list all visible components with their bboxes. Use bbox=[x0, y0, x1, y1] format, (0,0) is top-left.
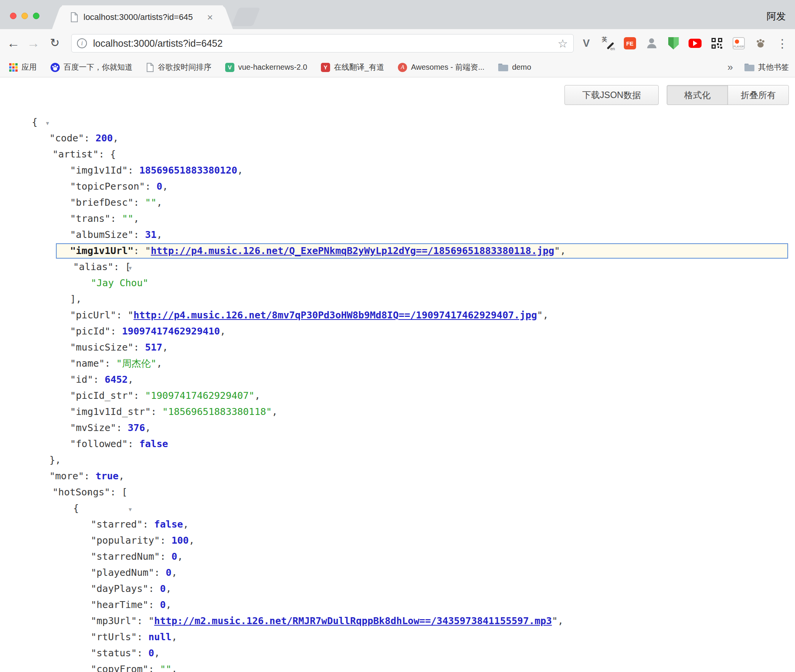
bookmark-item-vue-hackernews[interactable]: V vue-hackernews-2.0 bbox=[225, 63, 307, 72]
json-token-p: : bbox=[160, 535, 172, 546]
json-token-p: , bbox=[166, 599, 172, 610]
profile-name-label[interactable]: 阿发 bbox=[767, 10, 786, 23]
json-token-p: : bbox=[116, 310, 128, 321]
json-token-p: , bbox=[560, 245, 566, 256]
bookmark-item-demo[interactable]: demo bbox=[498, 63, 531, 72]
vimium-extension-icon[interactable]: V bbox=[579, 35, 594, 51]
json-token-p: [ bbox=[122, 487, 128, 498]
extension-icons-row: V 英 en FE bbox=[579, 29, 790, 57]
json-line: "status": 0, bbox=[0, 645, 795, 661]
bookmark-label: Awesomes - 前端资... bbox=[411, 62, 484, 72]
awesomes-icon: A bbox=[398, 63, 407, 72]
vimium-glyph: V bbox=[583, 38, 590, 49]
bookmark-label: demo bbox=[512, 63, 531, 72]
zoom-window-button[interactable] bbox=[33, 13, 39, 19]
json-token-k: "more" bbox=[49, 470, 84, 482]
youtube-extension-icon[interactable] bbox=[688, 35, 702, 51]
minimize-window-button[interactable] bbox=[21, 13, 28, 19]
bookmark-item-baidu[interactable]: 百度一下，你就知道 bbox=[51, 62, 132, 72]
active-tab[interactable]: localhost:3000/artists?id=645 × bbox=[62, 5, 223, 29]
adblock-shield-extension-icon[interactable] bbox=[666, 35, 681, 51]
json-line: "starred": false, bbox=[0, 516, 795, 533]
bookmarks-overflow-chevron[interactable]: » bbox=[728, 61, 733, 73]
other-bookmarks-folder[interactable]: 其他书签 bbox=[744, 62, 789, 72]
json-url-link[interactable]: http://p4.music.126.net/Q_ExePNkmqB2yWyL… bbox=[151, 245, 555, 256]
kebab-menu-glyph: ⋮ bbox=[777, 37, 788, 50]
bookmark-item-apps[interactable]: 应用 bbox=[9, 62, 37, 72]
close-window-button[interactable] bbox=[10, 13, 16, 19]
new-tab-button[interactable] bbox=[231, 8, 260, 26]
json-tree: ▾{"code": 200,▾"artist": {"img1v1Id": 18… bbox=[0, 114, 795, 672]
download-json-button[interactable]: 下载JSON数据 bbox=[564, 85, 659, 105]
tab-close-button[interactable]: × bbox=[207, 12, 213, 22]
fe-extension-icon[interactable]: FE bbox=[623, 35, 637, 51]
json-line: "Jay Chou" bbox=[0, 275, 795, 291]
json-token-p: , bbox=[220, 326, 226, 337]
collapse-all-button[interactable]: 折叠所有 bbox=[728, 85, 789, 105]
bookmark-item-awesomes[interactable]: A Awesomes - 前端资... bbox=[398, 62, 484, 72]
json-line: ], bbox=[0, 291, 795, 307]
json-token-p: : bbox=[154, 567, 166, 578]
json-token-s: "" bbox=[145, 197, 157, 208]
page-info-icon[interactable]: i bbox=[77, 38, 87, 48]
forward-button[interactable]: → bbox=[25, 29, 42, 57]
json-token-p: : bbox=[149, 664, 160, 672]
json-token-p: : bbox=[128, 438, 139, 449]
address-bar[interactable]: i localhost:3000/artists?id=6452 ☆ bbox=[71, 34, 574, 52]
json-token-s: "19097417462929407" bbox=[145, 390, 255, 401]
json-token-n: 0 bbox=[160, 599, 166, 610]
bookmarks-bar: 应用 百度一下，你就知道 谷歌按时间排序 V vue-hackernews-2.… bbox=[0, 57, 795, 77]
bookmark-label: 应用 bbox=[21, 62, 37, 72]
bookmark-item-youdao-translate[interactable]: Y 在线翻译_有道 bbox=[321, 62, 384, 72]
bookmark-star-icon[interactable]: ☆ bbox=[558, 37, 568, 50]
tab-edge bbox=[211, 5, 233, 29]
json-token-w: false bbox=[154, 519, 183, 530]
json-token-p: : bbox=[142, 519, 154, 530]
json-line: "albumSize": 31, bbox=[0, 227, 795, 243]
json-token-n: 376 bbox=[128, 422, 145, 433]
json-token-k: "id" bbox=[70, 374, 93, 385]
json-token-p: : bbox=[128, 165, 139, 176]
json-line: "followed": false bbox=[0, 436, 795, 452]
paw-extension-icon[interactable] bbox=[753, 35, 768, 51]
json-token-p: , bbox=[558, 615, 563, 626]
json-token-p: , bbox=[119, 470, 124, 482]
reload-button[interactable]: ↻ bbox=[46, 29, 64, 57]
profile-person-icon[interactable] bbox=[645, 35, 659, 51]
json-token-k: "name" bbox=[70, 358, 105, 369]
json-token-n: 0 bbox=[149, 647, 154, 659]
browser-menu-icon[interactable]: ⋮ bbox=[775, 35, 790, 51]
bookmark-item-google-sort[interactable]: 谷歌按时间排序 bbox=[146, 62, 211, 72]
json-token-k: "popularity" bbox=[91, 535, 160, 546]
json-token-p: : bbox=[84, 133, 95, 144]
json-line: "starredNum": 0, bbox=[0, 549, 795, 565]
json-line: "picId_str": "19097417462929407", bbox=[0, 388, 795, 404]
format-button[interactable]: 格式化 bbox=[667, 85, 728, 105]
back-button[interactable]: ← bbox=[5, 29, 22, 57]
folder-icon bbox=[744, 64, 754, 71]
json-token-p: : bbox=[145, 181, 157, 192]
json-line: "dayPlays": 0, bbox=[0, 581, 795, 597]
json-token-p: [ bbox=[125, 261, 131, 272]
collapse-toggle-icon[interactable]: ▾ bbox=[46, 120, 49, 127]
json-token-p: , bbox=[145, 422, 151, 433]
json-token-k: "starredNum" bbox=[91, 551, 160, 562]
music-player-extension-icon[interactable]: PLAYER bbox=[731, 35, 746, 51]
json-token-n: 100 bbox=[172, 535, 189, 546]
qr-icon bbox=[712, 38, 722, 49]
json-token-p: , bbox=[154, 647, 160, 659]
navigation-toolbar: ← → ↻ i localhost:3000/artists?id=6452 ☆… bbox=[0, 29, 795, 57]
qr-code-extension-icon[interactable] bbox=[710, 35, 724, 51]
json-token-p: : bbox=[149, 583, 160, 594]
json-token-n: 0 bbox=[166, 567, 172, 578]
player-caption: PLAYER bbox=[733, 45, 744, 48]
json-token-s: "18569651883380118" bbox=[162, 406, 272, 417]
collapse-toggle-icon[interactable]: ▾ bbox=[129, 506, 132, 513]
json-token-p: { bbox=[32, 116, 38, 128]
json-url-link[interactable]: http://m2.music.126.net/RMJR7wDullRqppBk… bbox=[154, 615, 552, 626]
json-url-link[interactable]: http://p4.music.126.net/8mv7qP30Pd3oHW8b… bbox=[134, 310, 537, 321]
json-token-p: , bbox=[162, 342, 168, 353]
bookmark-label: 谷歌按时间排序 bbox=[158, 62, 211, 72]
translate-extension-icon[interactable]: 英 en bbox=[601, 35, 615, 51]
url-text[interactable]: localhost:3000/artists?id=6452 bbox=[93, 38, 558, 49]
